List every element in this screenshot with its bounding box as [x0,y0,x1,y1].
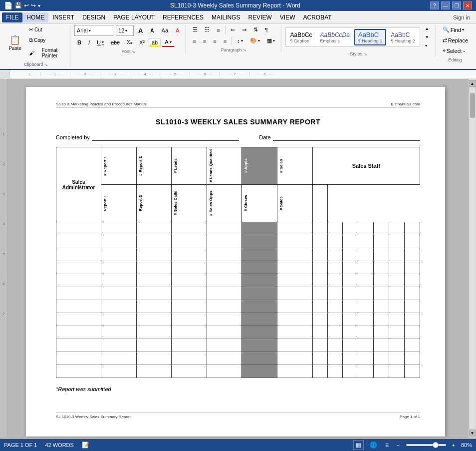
styles-expand[interactable]: ▾ [422,42,432,49]
table-cell[interactable] [358,339,374,352]
table-cell[interactable] [405,339,420,352]
table-cell[interactable] [207,326,242,339]
font-grow-button[interactable]: A [135,25,146,36]
copy-button[interactable]: ⧉Copy [26,35,67,45]
table-cell[interactable] [56,248,101,261]
table-cell[interactable] [136,235,172,248]
font-color-button[interactable]: A▾ [162,37,174,47]
table-cell[interactable] [101,326,137,339]
table-cell[interactable] [242,365,277,378]
table-cell[interactable] [374,222,389,235]
table-cell[interactable] [56,235,101,248]
menu-acrobat[interactable]: ACROBAT [299,12,335,22]
table-cell[interactable] [312,313,327,326]
border-button[interactable]: ▦▾ [264,36,278,45]
menu-insert[interactable]: INSERT [48,12,78,22]
underline-button[interactable]: U▾ [94,38,107,47]
table-cell[interactable] [56,326,101,339]
select-button[interactable]: ⌖ Select - [440,46,468,55]
table-cell[interactable] [327,287,343,300]
table-cell[interactable] [101,300,137,313]
help-btn[interactable]: ? [430,1,439,9]
table-cell[interactable] [405,287,420,300]
table-cell[interactable] [389,339,405,352]
table-cell[interactable] [277,339,312,352]
table-cell[interactable] [374,300,389,313]
table-cell[interactable] [172,248,207,261]
table-cell[interactable] [327,274,343,287]
table-cell[interactable] [374,248,389,261]
styles-scroll-up[interactable]: ▲ [422,25,432,32]
table-cell[interactable] [242,326,277,339]
table-cell[interactable] [343,261,358,274]
table-cell[interactable] [242,248,277,261]
table-cell[interactable] [327,365,343,378]
table-cell[interactable] [172,222,207,235]
quick-access-redo[interactable]: ↪ [31,2,36,9]
menu-page-layout[interactable]: PAGE LAYOUT [109,12,159,22]
align-right-button[interactable]: ≡ [210,36,219,45]
table-cell[interactable] [358,300,374,313]
table-cell[interactable] [56,313,101,326]
table-cell[interactable] [312,261,327,274]
table-cell[interactable] [136,339,172,352]
menu-design[interactable]: DESIGN [78,12,109,22]
table-cell[interactable] [207,339,242,352]
shading-button[interactable]: 🎨▾ [247,36,263,45]
table-cell[interactable] [312,248,327,261]
table-cell[interactable] [358,235,374,248]
table-cell[interactable] [277,365,312,378]
table-cell[interactable] [327,300,343,313]
table-cell[interactable] [405,352,420,365]
table-cell[interactable] [172,313,207,326]
table-cell[interactable] [56,339,101,352]
styles-scroll-down[interactable]: ▼ [422,33,432,41]
table-cell[interactable] [56,287,101,300]
replace-button[interactable]: ⇄ Replace [440,35,471,45]
table-cell[interactable] [242,274,277,287]
table-cell[interactable] [358,287,374,300]
table-cell[interactable] [172,287,207,300]
menu-home[interactable]: HOME [22,12,48,22]
table-cell[interactable] [136,300,172,313]
table-cell[interactable] [374,326,389,339]
table-cell[interactable] [136,326,172,339]
paste-button[interactable]: 📋 Paste [5,28,25,56]
table-cell[interactable] [207,261,242,274]
table-cell[interactable] [358,261,374,274]
menu-file[interactable]: FILE [2,12,22,22]
menu-references[interactable]: REFERENCES [159,12,208,22]
scroll-down-btn[interactable]: ▼ [469,430,476,437]
strikethrough-button[interactable]: abc [108,38,123,47]
table-cell[interactable] [405,235,420,248]
table-cell[interactable] [101,274,137,287]
table-cell[interactable] [242,313,277,326]
table-cell[interactable] [389,326,405,339]
table-cell[interactable] [343,274,358,287]
table-cell[interactable] [172,261,207,274]
menu-view[interactable]: VIEW [276,12,299,22]
table-cell[interactable] [312,326,327,339]
table-cell[interactable] [327,222,343,235]
table-cell[interactable] [312,274,327,287]
sign-in-link[interactable]: Sign in [449,13,474,21]
table-cell[interactable] [327,326,343,339]
table-cell[interactable] [405,365,420,378]
scroll-up-btn[interactable]: ▲ [469,80,476,87]
style-heading2[interactable]: AaBbC ¶ Heading 2 [387,30,418,45]
table-cell[interactable] [172,365,207,378]
table-cell[interactable] [389,222,405,235]
table-cell[interactable] [56,300,101,313]
justify-button[interactable]: ≡ [221,36,230,45]
table-cell[interactable] [242,235,277,248]
quick-access-save[interactable]: 💾 [14,2,22,9]
table-cell[interactable] [101,313,137,326]
table-cell[interactable] [56,365,101,378]
table-cell[interactable] [374,261,389,274]
increase-indent-button[interactable]: ⇒ [239,25,249,34]
table-cell[interactable] [207,287,242,300]
numbering-button[interactable]: ☷ [202,25,213,34]
table-cell[interactable] [312,287,327,300]
font-size-selector[interactable]: 12 ▾ [116,25,134,36]
decrease-indent-button[interactable]: ⇐ [228,25,238,34]
